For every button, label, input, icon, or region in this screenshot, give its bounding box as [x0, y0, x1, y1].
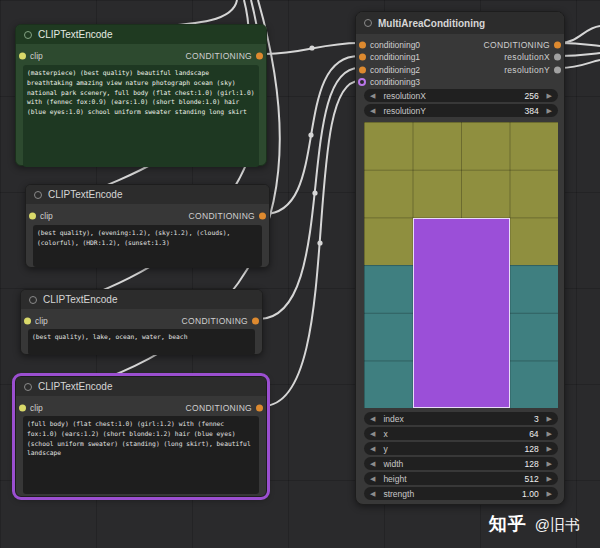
conditioning-output-slot[interactable] [259, 212, 266, 219]
decrement-arrow-icon[interactable]: ◀ [370, 107, 375, 114]
decrement-arrow-icon[interactable]: ◀ [370, 460, 375, 467]
wire-output-resolutionx [560, 53, 600, 56]
wire-conditioning-2 [259, 68, 359, 319]
widget-resolutiony[interactable]: ◀ resolutionY 384 ▶ [364, 104, 558, 117]
increment-arrow-icon[interactable]: ▶ [547, 445, 552, 452]
widget-value: 128 [524, 444, 538, 454]
collapse-dot-icon[interactable] [24, 31, 32, 39]
node-title-bar[interactable]: CLIPTextEncode [21, 290, 262, 309]
widget-value: 3 [534, 414, 539, 424]
node-title: CLIPTextEncode [48, 189, 123, 200]
input-row-conditioning3: conditioning3 [356, 76, 564, 89]
output-row-resolutionx: resolutionX [356, 51, 564, 64]
node-cliptextencode-3[interactable]: CLIPTextEncode clip CONDITIONING (best q… [20, 289, 263, 355]
decrement-arrow-icon[interactable]: ◀ [370, 445, 375, 452]
node-title-bar[interactable]: CLIPTextEncode [26, 185, 269, 204]
widget-label: index [383, 414, 403, 424]
widget-y[interactable]: ◀ y 128 ▶ [364, 442, 558, 455]
wire-output-conditioning-a [560, 26, 600, 43]
conditioning-output-slot[interactable] [252, 317, 259, 324]
node-cliptextencode-4[interactable]: CLIPTextEncode clip CONDITIONING (full b… [15, 376, 267, 497]
widget-resolutionx[interactable]: ◀ resolutionX 256 ▶ [364, 89, 558, 102]
wire-conditioning-1 [264, 56, 359, 214]
output-row-resolutiony: resolutionY [356, 63, 564, 76]
clip-input-slot[interactable] [19, 52, 26, 59]
clip-input-slot[interactable] [29, 212, 36, 219]
clip-input-label: clip [40, 211, 53, 221]
widget-width[interactable]: ◀ width 128 ▶ [364, 457, 558, 470]
wire-output-conditioning-b [560, 43, 600, 46]
wire-conditioning-0 [266, 43, 359, 54]
increment-arrow-icon[interactable]: ▶ [547, 92, 552, 99]
increment-arrow-icon[interactable]: ▶ [547, 475, 552, 482]
collapse-dot-icon[interactable] [29, 296, 37, 304]
widget-value: 256 [524, 91, 538, 101]
decrement-arrow-icon[interactable]: ◀ [370, 430, 375, 437]
conditioning-output-label: CONDITIONING [186, 51, 252, 61]
decrement-arrow-icon[interactable]: ◀ [370, 92, 375, 99]
wire-conditioning-3 [263, 81, 359, 406]
widget-index[interactable]: ◀ index 3 ▶ [364, 412, 558, 425]
widget-value: 64 [529, 429, 538, 439]
clip-input-label: clip [30, 403, 43, 413]
increment-arrow-icon[interactable]: ▶ [547, 430, 552, 437]
node-multiareaconditioning[interactable]: MultiAreaConditioning conditioning0 cond… [355, 11, 565, 505]
node-graph-canvas[interactable]: CLIPTextEncode clip CONDITIONING (master… [0, 0, 600, 548]
conditioning-output-slot[interactable] [256, 404, 263, 411]
decrement-arrow-icon[interactable]: ◀ [370, 475, 375, 482]
prompt-textarea[interactable]: (best quality), (evening:1.2), (sky:1.2)… [33, 225, 262, 267]
watermark-brand: 知乎 [489, 512, 527, 536]
widget-value: 512 [524, 474, 538, 484]
decrement-arrow-icon[interactable]: ◀ [370, 415, 375, 422]
widget-strength[interactable]: ◀ strength 1.00 ▶ [364, 487, 558, 500]
resolutionx-output-label: resolutionX [504, 52, 550, 62]
node-title-bar[interactable]: CLIPTextEncode [16, 377, 266, 396]
link-midpoint-dot [308, 132, 313, 137]
increment-arrow-icon[interactable]: ▶ [547, 415, 552, 422]
widget-value: 128 [524, 459, 538, 469]
widget-label: resolutionY [383, 106, 426, 116]
conditioning-output-slot[interactable] [256, 52, 263, 59]
conditioning-output-label: CONDITIONING [189, 211, 255, 221]
prompt-textarea[interactable]: (full body) (flat chest:1.0) (girl:1.2) … [23, 416, 259, 494]
widget-x[interactable]: ◀ x 64 ▶ [364, 427, 558, 440]
clip-input-label: clip [30, 51, 43, 61]
node-title: CLIPTextEncode [38, 29, 113, 40]
increment-arrow-icon[interactable]: ▶ [547, 107, 552, 114]
widget-label: resolutionX [383, 91, 426, 101]
clip-input-slot[interactable] [19, 404, 26, 411]
resolutionx-output-slot[interactable] [554, 54, 561, 61]
clip-input-slot[interactable] [24, 317, 31, 324]
slot-row: clip CONDITIONING [26, 208, 269, 223]
collapse-dot-icon[interactable] [364, 19, 372, 27]
node-title-bar[interactable]: CLIPTextEncode [16, 25, 266, 44]
slot-row: clip CONDITIONING [21, 313, 262, 328]
prompt-textarea[interactable]: (best quality), lake, ocean, water, beac… [28, 329, 255, 355]
area-preview-canvas[interactable] [364, 122, 558, 408]
widget-label: height [383, 474, 406, 484]
resolutiony-output-slot[interactable] [554, 66, 561, 73]
decrement-arrow-icon[interactable]: ◀ [370, 490, 375, 497]
widget-label: y [383, 444, 387, 454]
node-title: MultiAreaConditioning [378, 18, 485, 29]
collapse-dot-icon[interactable] [24, 383, 32, 391]
node-title: CLIPTextEncode [38, 381, 113, 392]
widget-value: 384 [524, 106, 538, 116]
conditioning-output-slot[interactable] [554, 41, 561, 48]
prompt-textarea[interactable]: (masterpiece) (best quality) beautiful l… [23, 65, 259, 167]
increment-arrow-icon[interactable]: ▶ [547, 460, 552, 467]
node-title-bar[interactable]: MultiAreaConditioning [356, 12, 564, 34]
selected-area-rect [413, 218, 510, 408]
conditioning3-input-slot[interactable] [358, 78, 366, 86]
increment-arrow-icon[interactable]: ▶ [547, 490, 552, 497]
output-row-conditioning: CONDITIONING [356, 38, 564, 51]
conditioning-output-label: CONDITIONING [484, 40, 550, 50]
widget-height[interactable]: ◀ height 512 ▶ [364, 472, 558, 485]
collapse-dot-icon[interactable] [34, 191, 42, 199]
node-cliptextencode-1[interactable]: CLIPTextEncode clip CONDITIONING (master… [15, 24, 267, 166]
node-cliptextencode-2[interactable]: CLIPTextEncode clip CONDITIONING (best q… [25, 184, 270, 268]
clip-input-label: clip [35, 316, 48, 326]
conditioning-output-label: CONDITIONING [182, 316, 248, 326]
resolutiony-output-label: resolutionY [504, 65, 550, 75]
link-midpoint-dot [309, 45, 314, 50]
